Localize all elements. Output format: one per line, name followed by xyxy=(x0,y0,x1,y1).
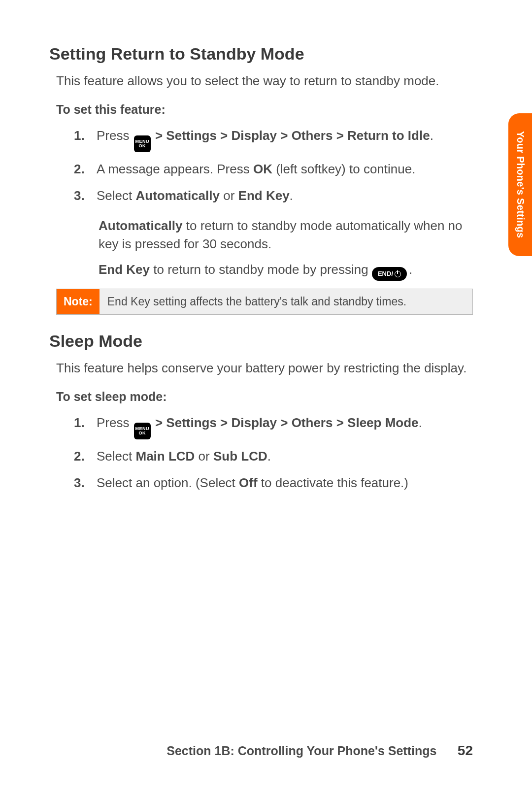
opt-sublcd: Sub LCD xyxy=(213,449,267,464)
period: . xyxy=(290,188,293,203)
opt-endkey: End Key xyxy=(238,188,290,203)
power-icon xyxy=(395,271,401,277)
sub-auto-label: Automatically xyxy=(99,218,183,233)
step-text: Select xyxy=(97,449,136,464)
nav-path: > Settings > Display > Others > Sleep Mo… xyxy=(152,415,419,430)
ok-label: OK xyxy=(253,162,272,176)
intro-sleep: This feature helps conserve your battery… xyxy=(56,360,473,377)
opt-off: Off xyxy=(239,475,258,490)
step-text: or xyxy=(220,188,238,203)
period: . xyxy=(409,262,412,277)
note-text: End Key setting affects the battery's ta… xyxy=(100,289,414,314)
opt-auto: Automatically xyxy=(136,188,220,203)
end-key-icon: END/ xyxy=(372,267,407,281)
menu-icon-bottom: OK xyxy=(138,144,146,148)
heading-standby: Setting Return to Standby Mode xyxy=(49,44,473,64)
period: . xyxy=(430,128,433,143)
step-text: or xyxy=(195,449,213,464)
subhead-standby: To set this feature: xyxy=(56,102,473,117)
footer-section: Section 1B: Controlling Your Phone's Set… xyxy=(166,744,436,758)
step-2: A message appears. Press OK (left softke… xyxy=(74,160,473,179)
sub-endkey-text: to return to standby mode by pressing xyxy=(150,262,372,277)
note-label: Note: xyxy=(57,289,100,314)
note-box: Note: End Key setting affects the batter… xyxy=(56,289,473,315)
intro-standby: This feature allows you to select the wa… xyxy=(56,72,473,90)
menu-icon-bottom: OK xyxy=(138,431,146,435)
menu-ok-icon: MENUOK xyxy=(134,423,151,439)
thumb-tab-label: Your Phone's Settings xyxy=(515,131,526,238)
page-content: Setting Return to Standby Mode This feat… xyxy=(0,0,532,493)
opt-mainlcd: Main LCD xyxy=(136,449,195,464)
sub-auto: Automatically to return to standby mode … xyxy=(99,217,473,253)
heading-sleep: Sleep Mode xyxy=(49,332,473,351)
page-footer: Section 1B: Controlling Your Phone's Set… xyxy=(49,743,473,759)
thumb-tab: Your Phone's Settings xyxy=(508,113,532,256)
page-number: 52 xyxy=(458,743,473,758)
step-1: Press MENUOK > Settings > Display > Othe… xyxy=(74,127,473,152)
step-text: Select an option. (Select xyxy=(97,475,239,490)
step-3: Select an option. (Select Off to deactiv… xyxy=(74,474,473,493)
step-text: Press xyxy=(97,415,133,430)
step-text: Select xyxy=(97,188,136,203)
period: . xyxy=(419,415,422,430)
menu-ok-icon: MENUOK xyxy=(134,135,151,152)
period: . xyxy=(267,449,271,464)
step-text: (left softkey) to continue. xyxy=(272,162,415,176)
sub-endkey: End Key to return to standby mode by pre… xyxy=(99,261,473,281)
step-2: Select Main LCD or Sub LCD. xyxy=(74,447,473,466)
steps-standby: Press MENUOK > Settings > Display > Othe… xyxy=(74,127,473,205)
step-1: Press MENUOK > Settings > Display > Othe… xyxy=(74,414,473,439)
step-text: to deactivate this feature.) xyxy=(258,475,408,490)
nav-path: > Settings > Display > Others > Return t… xyxy=(152,128,430,143)
steps-sleep: Press MENUOK > Settings > Display > Othe… xyxy=(74,414,473,492)
step-text: Press xyxy=(97,128,133,143)
substeps: Automatically to return to standby mode … xyxy=(99,217,473,281)
subhead-sleep: To set sleep mode: xyxy=(56,390,473,404)
step-3: Select Automatically or End Key. xyxy=(74,187,473,205)
end-key-label: END/ xyxy=(378,269,393,278)
sub-endkey-label: End Key xyxy=(99,262,150,277)
step-text: A message appears. Press xyxy=(97,162,253,176)
